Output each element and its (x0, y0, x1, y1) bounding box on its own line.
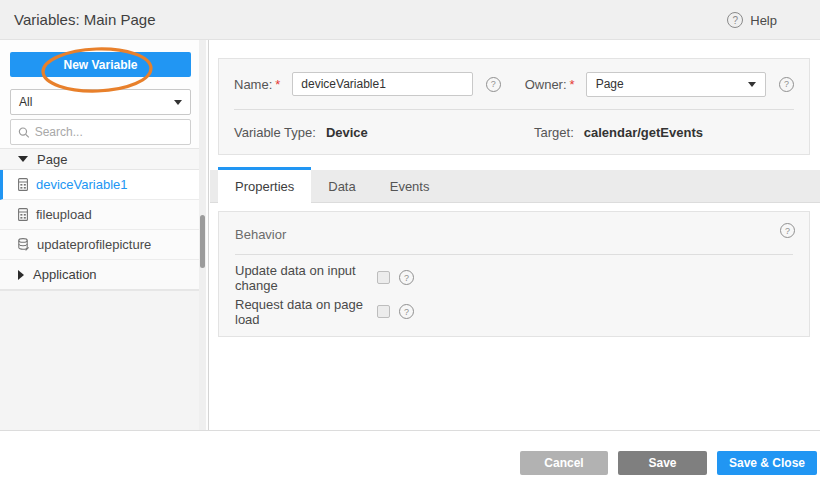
owner-select[interactable]: Page (586, 72, 766, 97)
owner-selected-value: Page (596, 77, 624, 91)
request-data-checkbox[interactable] (377, 305, 390, 318)
page-title: Variables: Main Page (14, 0, 155, 40)
name-help-icon[interactable]: ? (486, 77, 501, 92)
request-data-help-icon[interactable]: ? (399, 304, 414, 319)
tree-item-devicevariable1[interactable]: deviceVariable1 (0, 170, 202, 200)
update-data-row: Update data on input change ? (235, 270, 809, 285)
update-data-checkbox[interactable] (377, 271, 390, 284)
target-group: Target: calendar/getEvents (534, 125, 703, 140)
variable-summary-card: Name:* ? Owner:* Page ? Variable Type: D… (218, 58, 810, 155)
device-variable-icon (18, 208, 28, 221)
dialog-header: Variables: Main Page ? Help (0, 0, 820, 40)
owner-help-icon[interactable]: ? (779, 77, 794, 92)
target-value: calendar/getEvents (584, 125, 703, 140)
variable-type-label: Variable Type: (234, 125, 316, 140)
tree-group-label: Page (37, 152, 67, 167)
variable-type-value: Device (326, 125, 368, 140)
variables-sidebar: New Variable All Page deviceV (0, 40, 209, 430)
tab-events[interactable]: Events (373, 170, 447, 203)
variable-search[interactable] (10, 119, 191, 145)
owner-label: Owner:* (525, 77, 575, 92)
help-label: Help (750, 13, 777, 28)
target-label: Target: (534, 125, 574, 140)
sidebar-scrollbar[interactable] (199, 40, 206, 430)
help-button[interactable]: ? Help (727, 0, 777, 40)
device-variable-icon (18, 178, 28, 191)
search-input[interactable] (35, 125, 183, 139)
behavior-title: Behavior (235, 227, 286, 242)
name-label: Name:* (234, 77, 280, 92)
variable-filter-select[interactable]: All (10, 89, 191, 115)
save-and-close-button[interactable]: Save & Close (717, 451, 817, 475)
tree-group-label: Application (33, 267, 97, 282)
behavior-divider (235, 254, 793, 255)
request-data-label: Request data on page load (235, 297, 377, 327)
required-asterisk: * (570, 77, 575, 92)
expand-caret-icon (18, 270, 24, 280)
name-owner-row: Name:* ? Owner:* Page ? (234, 71, 794, 97)
update-data-help-icon[interactable]: ? (399, 270, 414, 285)
detail-tab-bar: Properties Data Events (210, 170, 820, 203)
update-data-label: Update data on input change (235, 263, 377, 293)
new-variable-button[interactable]: New Variable (10, 52, 191, 77)
tree-item-updateprofilepicture[interactable]: updateprofilepicture (0, 230, 202, 260)
tree-item-fileupload[interactable]: fileupload (0, 200, 202, 230)
tree-group-application[interactable]: Application (0, 260, 202, 290)
behavior-section: Behavior ? Update data on input change ?… (218, 211, 810, 337)
dropdown-caret-icon (748, 82, 756, 87)
name-input[interactable] (292, 72, 472, 96)
card-divider (234, 109, 794, 110)
cancel-button[interactable]: Cancel (520, 451, 608, 475)
request-data-row: Request data on page load ? (235, 304, 809, 319)
tree-group-page[interactable]: Page (0, 148, 202, 170)
help-icon: ? (727, 12, 743, 28)
variable-detail-panel: Name:* ? Owner:* Page ? Variable Type: D… (210, 40, 820, 430)
tree-item-label: updateprofilepicture (37, 237, 151, 252)
dialog-footer: Cancel Save Save & Close (0, 430, 820, 486)
required-asterisk: * (275, 77, 280, 92)
tab-properties[interactable]: Properties (218, 167, 311, 203)
behavior-title-row: Behavior ? (219, 212, 809, 243)
tab-data[interactable]: Data (311, 170, 372, 203)
type-target-row: Variable Type: Device Target: calendar/g… (234, 121, 794, 143)
collapse-caret-icon (18, 156, 28, 162)
tree-item-label: fileupload (36, 207, 92, 222)
tree-item-label: deviceVariable1 (36, 177, 128, 192)
sidebar-empty-area (0, 290, 202, 430)
behavior-help-icon[interactable]: ? (780, 223, 795, 238)
filter-selected-value: All (19, 95, 32, 109)
service-variable-icon (18, 238, 29, 251)
search-icon (18, 126, 30, 139)
sidebar-scrollbar-thumb[interactable] (200, 215, 205, 268)
save-button[interactable]: Save (618, 451, 707, 475)
variables-tree: Page deviceVariable1 fileuploa (0, 148, 202, 290)
dropdown-caret-icon (174, 100, 182, 105)
